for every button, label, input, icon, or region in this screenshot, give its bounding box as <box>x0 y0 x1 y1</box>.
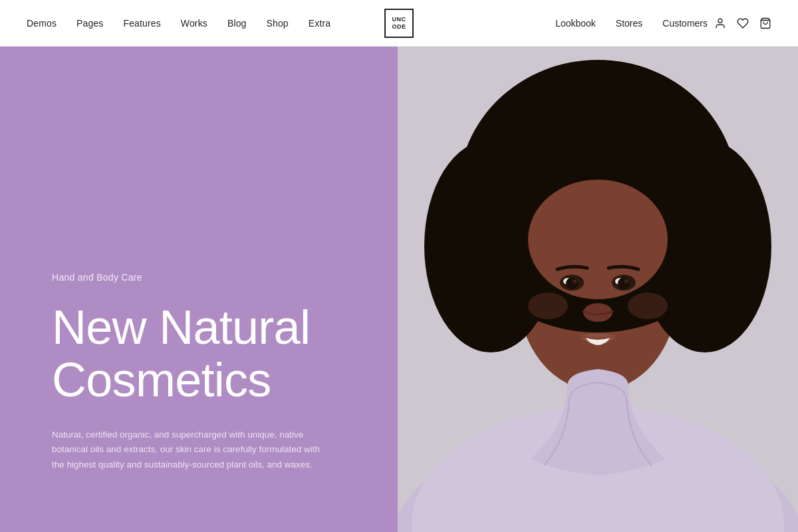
cart-icon[interactable] <box>759 17 771 29</box>
nav-works[interactable]: Works <box>181 18 207 29</box>
nav-pages[interactable]: Pages <box>76 18 103 29</box>
logo-text: UNCODE <box>392 16 406 31</box>
svg-point-16 <box>566 277 578 289</box>
nav-shop[interactable]: Shop <box>267 18 289 29</box>
heart-icon[interactable] <box>737 17 749 29</box>
svg-point-11 <box>528 180 668 299</box>
hero-subtitle: Hand and Body Care <box>52 272 346 283</box>
user-icon[interactable] <box>714 17 726 29</box>
hero-description: Natural, certified organic, and supercha… <box>52 428 331 472</box>
nav-left: Demos Pages Features Works Blog Shop Ext… <box>27 18 331 29</box>
svg-point-17 <box>618 277 630 289</box>
nav-right-group: Lookbook Stores Customers <box>555 17 771 29</box>
hero-section: Hand and Body Care New Natural Cosmetics… <box>0 47 798 532</box>
nav-customers[interactable]: Customers <box>662 18 708 29</box>
logo-box[interactable]: UNCODE <box>384 9 414 38</box>
hero-portrait <box>398 47 798 532</box>
nav-demos[interactable]: Demos <box>27 18 57 29</box>
nav-lookbook[interactable]: Lookbook <box>555 18 596 29</box>
nav-stores[interactable]: Stores <box>616 18 642 29</box>
svg-point-19 <box>624 279 628 283</box>
svg-point-18 <box>573 279 577 283</box>
svg-point-0 <box>718 19 722 23</box>
logo[interactable]: UNCODE <box>384 9 414 38</box>
hero-right-panel <box>398 47 798 532</box>
site-header: Demos Pages Features Works Blog Shop Ext… <box>0 0 798 47</box>
nav-extra[interactable]: Extra <box>309 18 331 29</box>
hero-left-panel: Hand and Body Care New Natural Cosmetics… <box>0 47 398 532</box>
nav-features[interactable]: Features <box>123 18 160 29</box>
header-icons <box>714 17 771 29</box>
nav-right: Lookbook Stores Customers <box>555 18 708 29</box>
svg-point-22 <box>628 293 668 319</box>
nav-blog[interactable]: Blog <box>227 18 247 29</box>
hero-title: New Natural Cosmetics <box>52 301 346 406</box>
svg-point-21 <box>528 293 568 319</box>
